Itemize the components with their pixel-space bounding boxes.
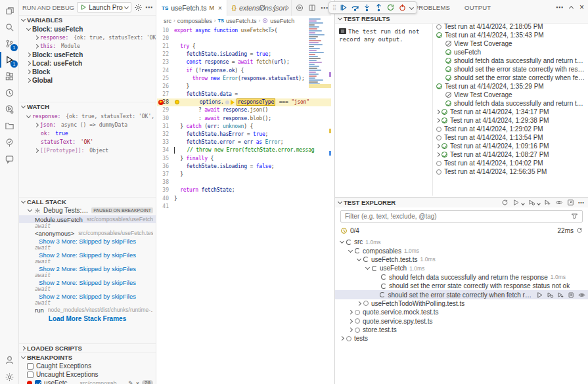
- twisty-icon[interactable]: [26, 53, 31, 57]
- test-run-row[interactable]: Test run at 4/14/2024, 1:29:38 PM: [435, 116, 588, 125]
- twisty-icon[interactable]: [26, 78, 31, 83]
- twisty-icon[interactable]: [436, 110, 440, 114]
- test-explorer-section-header[interactable]: TEST EXPLORER ⋯: [335, 197, 588, 207]
- peek-output-icon[interactable]: [578, 291, 585, 299]
- test-tree-item[interactable]: quote.service.mock.test.ts: [335, 308, 588, 316]
- code-line[interactable]: 33 fetchState.error = err as Error;: [157, 139, 331, 146]
- step-out-icon[interactable]: [374, 3, 383, 12]
- toolbar-chevron-icon[interactable]: [409, 5, 414, 9]
- drag-handle[interactable]: ⣿: [332, 5, 336, 11]
- variable-row[interactable]: this: Module: [19, 42, 156, 51]
- code-line[interactable]: 26 }: [157, 82, 331, 90]
- twisty-icon[interactable]: [348, 328, 353, 332]
- test-run-row[interactable]: Test run at 4/14/2024, 2:18:05 PM: [435, 22, 588, 31]
- twisty-icon[interactable]: [34, 35, 39, 40]
- breakpoint-checkbox[interactable]: [27, 372, 34, 378]
- account-icon[interactable]: [0, 352, 18, 368]
- variable-row[interactable]: Block: useFetch: [19, 25, 156, 33]
- breakpoint-row[interactable]: Caught Exceptions: [19, 362, 156, 370]
- code-line[interactable]: 20: [157, 34, 331, 42]
- code-line[interactable]: 22 fetchState.isLoading = true;: [157, 51, 331, 58]
- code-line[interactable]: 37 }: [157, 170, 331, 178]
- watch-row[interactable]: ok: true: [19, 129, 156, 138]
- code-line[interactable]: 40}: [157, 194, 331, 202]
- code-line[interactable]: 35 } finally {: [157, 154, 331, 162]
- filter-funnel-icon[interactable]: [571, 213, 578, 220]
- sync-changes-icon[interactable]: [258, 4, 266, 12]
- coverage-tests-icon[interactable]: [544, 199, 551, 206]
- test-tree-item[interactable]: should set the error state correctly wit…: [335, 282, 588, 290]
- twisty-icon[interactable]: [34, 123, 39, 127]
- loaded-scripts-section-header[interactable]: LOADED SCRIPTS: [19, 343, 156, 352]
- twisty-icon[interactable]: [348, 248, 353, 253]
- settings-gear-icon[interactable]: [0, 369, 18, 384]
- test-run-row[interactable]: Test run at 4/14/2024, 1:35:43 PM: [435, 31, 588, 39]
- debug-test-icon[interactable]: [547, 291, 554, 299]
- test-run-row[interactable]: should fetch data successfully and retur…: [435, 99, 588, 108]
- testing-icon[interactable]: [0, 135, 18, 150]
- start-debug-icon[interactable]: [80, 4, 87, 11]
- twisty-icon[interactable]: [26, 26, 31, 31]
- code-line[interactable]: 32 fetchState.hasError = true;: [157, 130, 331, 138]
- test-tree-item[interactable]: tests: [335, 334, 588, 343]
- tab-output[interactable]: OUTPUT: [464, 4, 491, 11]
- twisty-icon[interactable]: [348, 310, 353, 314]
- code-line[interactable]: 41: [157, 202, 331, 210]
- twisty-icon[interactable]: [26, 61, 31, 66]
- test-tree-item[interactable]: should fetch data successfully and retur…: [335, 273, 588, 282]
- code-line[interactable]: 21 try {: [157, 42, 331, 50]
- breadcrumb-symbol[interactable]: useFetch: [270, 18, 294, 24]
- code-line[interactable]: 31 } catch (err: unknown) {: [157, 122, 331, 130]
- variable-row[interactable]: Global: [19, 76, 156, 85]
- watch-section-header[interactable]: WATCH: [19, 102, 156, 111]
- edit-breakpoint-icon[interactable]: ✎: [128, 380, 133, 384]
- chat-icon[interactable]: [0, 151, 18, 167]
- test-run-row[interactable]: Test run at 4/14/2024, 1:08:27 PM: [435, 150, 588, 159]
- breakpoint-row[interactable]: useFetch.tssrc/composables✎×28: [19, 379, 156, 384]
- code-area[interactable]: 10export async function useFetch<T>(2021…: [157, 26, 331, 210]
- twisty-icon[interactable]: [436, 118, 440, 123]
- debug-tests-icon[interactable]: [528, 199, 535, 206]
- code-line[interactable]: 27 fetchState.data =: [157, 91, 331, 98]
- code-line[interactable]: 30 : await response.blob();: [157, 114, 331, 122]
- close-panel-icon[interactable]: ×: [579, 3, 584, 12]
- folder-icon[interactable]: [0, 117, 18, 133]
- remove-breakpoint-icon[interactable]: ×: [136, 380, 139, 384]
- test-tree-item[interactable]: store.test.ts: [335, 326, 588, 334]
- test-run-row[interactable]: Test run at 4/14/2024, 12:56:35 PM: [435, 167, 588, 176]
- watch-row[interactable]: [[Prototype]]: Object: [19, 146, 156, 155]
- editor-more-actions-icon[interactable]: ⋯: [321, 4, 328, 12]
- test-tree-item[interactable]: useFetchTodoWithPolling.test.ts: [335, 299, 588, 308]
- twisty-icon[interactable]: [436, 152, 440, 157]
- test-run-row[interactable]: Test run at 4/14/2024, 1:13:54 PM: [435, 133, 588, 142]
- code-line[interactable]: 39 return fetchState;: [157, 186, 331, 194]
- rerun-icon[interactable]: [576, 227, 583, 234]
- code-line[interactable]: 10export async function useFetch<T>(: [157, 26, 331, 34]
- code-line[interactable]: 28 options.responseType === "json": [157, 98, 331, 106]
- code-line[interactable]: 25 throw new Error(response.statusText);: [157, 74, 331, 82]
- breadcrumb-file[interactable]: useFetch.ts: [226, 18, 257, 24]
- twisty-icon[interactable]: [34, 44, 39, 49]
- code-line[interactable]: 23 const response = await fetch(url);: [157, 58, 331, 66]
- restart-icon[interactable]: [386, 3, 395, 12]
- sidebar-more-actions-icon[interactable]: ⋯: [145, 3, 152, 12]
- twisty-icon[interactable]: [365, 265, 370, 270]
- watch-row[interactable]: response: {ok: true, statusText: 'OK', j…: [19, 112, 156, 121]
- test-run-row[interactable]: Test run at 4/14/2024, 1:35:29 PM: [435, 82, 588, 91]
- twisty-icon[interactable]: [26, 114, 31, 118]
- lightbulb-icon[interactable]: [175, 100, 179, 104]
- call-stack-section-header[interactable]: CALL STACK: [19, 197, 156, 206]
- variable-row[interactable]: Local: useFetch: [19, 59, 156, 68]
- tab-usefetch-ts[interactable]: TS useFetch.ts M ×: [157, 0, 227, 16]
- maximize-panel-icon[interactable]: [569, 6, 574, 11]
- twisty-icon[interactable]: [340, 239, 344, 244]
- coverage-test-icon[interactable]: [557, 291, 564, 299]
- breakpoint-checkbox[interactable]: [27, 363, 34, 370]
- code-line[interactable]: 34 // throw new Error(fetchState.error.m…: [157, 146, 331, 154]
- source-control-icon[interactable]: 1: [0, 35, 18, 51]
- breakpoint-checkbox[interactable]: [35, 380, 41, 384]
- test-run-row[interactable]: useFetch: [435, 48, 588, 56]
- code-line[interactable]: 29 ? await response.json(): [157, 106, 331, 114]
- breadcrumb-composables[interactable]: composables: [177, 18, 212, 24]
- step-into-icon[interactable]: [363, 3, 371, 12]
